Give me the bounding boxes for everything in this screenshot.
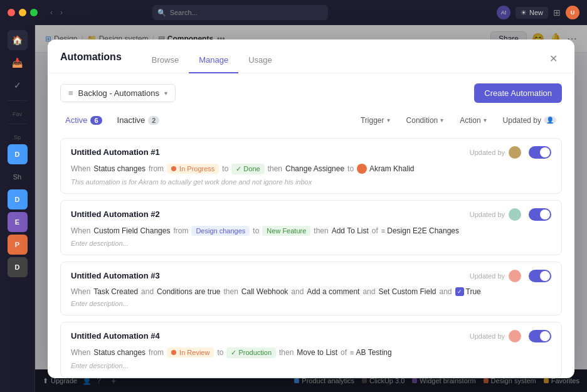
chevron-icon: ▾ [387,117,390,124]
workspace-item-p[interactable]: P [8,235,28,255]
tab-manage[interactable]: Manage [189,50,238,73]
user-avatar-4 [509,330,521,342]
tab-usage[interactable]: Usage [238,50,282,73]
modal-close-button[interactable]: ✕ [544,50,562,67]
automation-2-header: Untitled Automation #2 Updated by [71,208,551,221]
trigger-filter[interactable]: Trigger ▾ [355,113,396,128]
updated-by-2: Updated by [470,208,521,221]
automation-4-desc: Enter description... [71,362,551,369]
check-icon-4: ✓ [231,349,236,357]
backlog-select[interactable]: ≡ Backlog - Automations ▾ [60,84,176,102]
automation-2-name[interactable]: Untitled Automation #2 [71,209,160,219]
automation-2-toggle[interactable] [529,208,551,221]
ai-badge[interactable]: AI [497,6,510,19]
status-dot-orange-4 [171,350,176,355]
list-ref-4[interactable]: ≡ AB Testing [350,348,392,357]
user-avatar-3 [509,270,521,282]
backlog-label: Backlog - Automations [78,88,159,98]
updated-by-4: Updated by [470,330,521,342]
workspace-items: D Sh D E P D [0,144,34,277]
grid-icon[interactable]: ⊞ [553,8,561,18]
automation-3-desc: Enter description... [71,300,551,307]
automation-1-right: Updated by [470,146,551,159]
automation-2-desc: Enter description... [71,240,551,247]
workspace-item-e[interactable]: E [8,212,28,232]
updated-by-filter[interactable]: Updated by 👤 [497,113,562,128]
to-status-1[interactable]: ✓ Done [231,164,264,174]
automation-2-right: Updated by [470,208,551,221]
toolbar-row: ≡ Backlog - Automations ▾ Create Automat… [60,83,562,103]
back-arrow[interactable]: ‹ [48,7,55,18]
user-avatar-top[interactable]: U [566,6,579,19]
from-status-1[interactable]: In Progress [167,164,219,174]
modal-title: Automations [60,51,122,70]
active-tab-label: Active [65,115,87,125]
favorites-label: Fav [13,111,22,117]
content-area: ⊞ Design / 📁 Design system / ▤ Component… [35,25,587,392]
close-button[interactable] [8,9,15,16]
sidebar-item-sh[interactable]: Sh [8,167,28,187]
modal-header: Automations Browse Manage Usage ✕ [48,40,574,73]
search-bar[interactable]: 🔍 Search... [152,5,328,20]
automation-4-toggle[interactable] [529,330,551,342]
true-badge: ✓ True [455,287,481,296]
sidebar: 🏠 📥 ✓ Fav Sp D Sh D E P D [0,25,35,392]
automation-4-header: Untitled Automation #4 Updated by [71,330,551,342]
from-tag-2[interactable]: Design changes [191,226,250,236]
updated-by-3: Updated by [470,270,521,282]
create-automation-button[interactable]: Create Automation [474,83,562,103]
automation-1-name[interactable]: Untitled Automation #1 [71,147,160,157]
to-status-4[interactable]: ✓ Production [226,347,276,358]
forward-arrow[interactable]: › [58,7,65,18]
automation-1-toggle[interactable] [529,146,551,159]
automation-1-header: Untitled Automation #1 Updated by [71,146,551,159]
automation-4-name[interactable]: Untitled Automation #4 [71,331,160,341]
workspace-item-d2[interactable]: D [8,189,28,209]
maximize-button[interactable] [30,9,38,16]
from-status-4[interactable]: In Review [167,347,214,358]
user-avatar-1 [509,146,521,159]
action-filter[interactable]: Action ▾ [454,113,492,128]
status-dot-orange [171,166,176,171]
chevron-down-icon: ▾ [164,90,167,97]
top-right-controls: AI ☀ New ⊞ U [497,6,579,19]
filter-tab-inactive[interactable]: Inactive 2 [112,113,165,127]
automation-3-name[interactable]: Untitled Automation #3 [71,271,160,280]
sidebar-item-inbox[interactable]: 📥 [8,53,28,73]
automation-3-header: Untitled Automation #3 Updated by [71,270,551,282]
modal-body: ≡ Backlog - Automations ▾ Create Automat… [48,73,574,378]
to-tag-2[interactable]: New Feature [262,226,310,236]
filter-tab-active[interactable]: Active 6 [60,113,107,127]
list-ref-2[interactable]: ≡ Design E2E Changes [381,226,459,235]
condition-filter[interactable]: Condition ▾ [401,113,450,128]
sidebar-item-home[interactable]: 🏠 [8,30,28,50]
automation-3-toggle[interactable] [529,270,551,282]
automation-1-desc: This automation is for Akram to actually… [71,178,551,186]
minimize-button[interactable] [19,9,26,16]
sidebar-item-my-work[interactable]: ✓ [8,75,28,95]
main-layout: 🏠 📥 ✓ Fav Sp D Sh D E P D ⊞ Design / [0,25,587,392]
list-icon: ≡ [68,88,73,98]
automation-item-1: Untitled Automation #1 Updated by When [60,138,562,194]
automation-3-right: Updated by [470,270,551,282]
workspace-item-d[interactable]: D [8,144,28,164]
automations-modal: Automations Browse Manage Usage ✕ ≡ Back… [48,40,574,378]
automation-2-rule: When Custom Field Changes from Design ch… [71,226,551,236]
active-count-badge: 6 [90,116,102,125]
automation-item-3: Untitled Automation #3 Updated by When [60,262,562,315]
chevron-icon-2: ▾ [440,117,443,124]
automation-item-4: Untitled Automation #4 Updated by When [60,322,562,378]
sidebar-divider [8,100,28,101]
inactive-tab-label: Inactive [117,115,145,125]
user-avatar-2 [509,208,521,221]
tab-browse[interactable]: Browse [142,50,189,73]
new-button[interactable]: ☀ New [516,7,548,19]
workspace-item-db[interactable]: D [8,257,28,277]
automation-3-rule: When Task Created and Conditions are tru… [71,287,551,296]
chevron-icon-3: ▾ [484,117,487,124]
user-dot [357,164,367,174]
check-icon: ✓ [236,165,241,173]
filter-row: Active 6 Inactive 2 Trigger ▾ [60,113,562,128]
modal-tabs: Browse Manage Usage [142,50,282,73]
updated-by-1: Updated by [470,146,521,159]
